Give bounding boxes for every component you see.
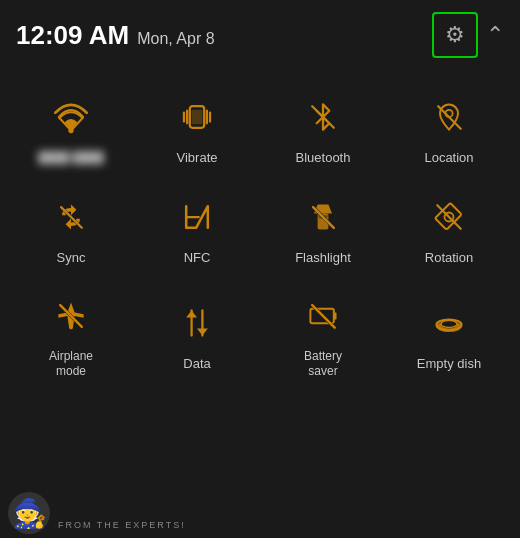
quick-tiles-grid: ████ ████ Vibrate [0,66,520,398]
tile-nfc[interactable]: NFC [134,176,260,276]
flashlight-icon [296,190,350,244]
tile-airplane[interactable]: Airplanemode [8,275,134,388]
tile-bluetooth-label: Bluetooth [296,150,351,166]
airplane-icon [44,289,98,343]
tile-rotation[interactable]: Rotation [386,176,512,276]
tile-empty-label: Empty dish [417,356,481,372]
tile-wifi-label: ████ ████ [38,151,103,164]
tile-bluetooth[interactable]: Bluetooth [260,76,386,176]
tile-empty[interactable]: Empty dish [386,275,512,388]
watermark: 🧙 FROM THE EXPERTS! [0,488,194,538]
chevron-up-icon[interactable]: ⌃ [486,22,504,48]
time-date-display: 12:09 AM Mon, Apr 8 [16,20,215,51]
sync-icon [44,190,98,244]
tile-flashlight-label: Flashlight [295,250,351,266]
battery-icon [296,289,350,343]
watermark-avatar: 🧙 [8,492,50,534]
clock: 12:09 AM [16,20,129,51]
tile-location-label: Location [424,150,473,166]
svg-rect-6 [192,110,203,124]
tile-flashlight[interactable]: Flashlight [260,176,386,276]
data-icon [170,296,224,350]
tile-location[interactable]: Location [386,76,512,176]
vibrate-icon [170,90,224,144]
svg-rect-28 [334,313,337,320]
tile-rotation-label: Rotation [425,250,473,266]
header-actions: ⚙ ⌃ [432,12,504,58]
watermark-text: FROM THE EXPERTS! [58,520,186,534]
nfc-icon [170,190,224,244]
tile-wifi[interactable]: ████ ████ [8,76,134,176]
rotation-icon [422,190,476,244]
tile-battery-label: Batterysaver [304,349,342,378]
tile-vibrate[interactable]: Vibrate [134,76,260,176]
tile-nfc-label: NFC [184,250,211,266]
tile-data-label: Data [183,356,210,372]
tile-data[interactable]: Data [134,275,260,388]
settings-button[interactable]: ⚙ [432,12,478,58]
wifi-icon [44,91,98,145]
tile-vibrate-label: Vibrate [177,150,218,166]
date: Mon, Apr 8 [137,30,214,48]
bluetooth-icon [296,90,350,144]
empty-dish-icon [422,296,476,350]
status-bar: 12:09 AM Mon, Apr 8 ⚙ ⌃ [0,0,520,66]
gear-icon: ⚙ [445,22,465,48]
svg-point-0 [68,128,73,133]
tile-sync[interactable]: Sync [8,176,134,276]
tile-sync-label: Sync [57,250,86,266]
tile-battery[interactable]: Batterysaver [260,275,386,388]
location-icon [422,90,476,144]
tile-airplane-label: Airplanemode [49,349,93,378]
